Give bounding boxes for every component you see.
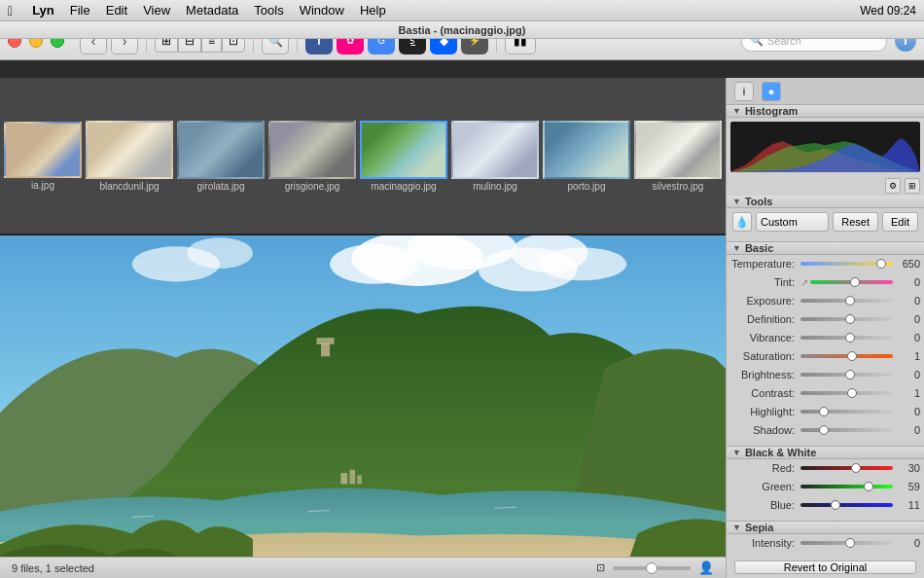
thumbnail-item[interactable]: porto.jpg [543, 121, 630, 192]
main-area: ia.jpg blancdunil.jpg girolata.jpg grisg… [0, 78, 924, 578]
exposure-slider[interactable] [800, 299, 893, 303]
temperature-label: Temperature: [730, 258, 800, 270]
exposure-label: Exposure: [730, 295, 800, 307]
red-label: Red: [730, 462, 800, 474]
green-slider[interactable] [800, 485, 893, 488]
brightness-slider[interactable] [800, 373, 893, 377]
thumbnail-item[interactable]: girolata.jpg [177, 121, 265, 192]
thumbnail-image [4, 122, 82, 178]
contrast-slider[interactable] [800, 391, 893, 395]
histogram-section-header[interactable]: ▼ Histogram [727, 105, 924, 118]
bw-label: Black & White [745, 447, 816, 458]
histogram-label: Histogram [745, 105, 798, 117]
temperature-slider[interactable] [800, 262, 893, 266]
green-label: Green: [730, 481, 800, 492]
basic-toggle: ▼ [732, 243, 741, 253]
thumbnail-item[interactable]: ia.jpg [4, 122, 82, 191]
highlight-slider[interactable] [800, 410, 893, 414]
shadow-row: Shadow: 0 [730, 421, 920, 439]
tools-menu[interactable]: Tools [246, 3, 291, 18]
sepia-sliders-section: Intensity: 0 [727, 534, 924, 557]
left-panel: ia.jpg blancdunil.jpg girolata.jpg grisg… [0, 78, 726, 578]
thumbnail-image [451, 121, 539, 179]
exposure-row: Exposure: 0 [730, 292, 920, 309]
tint-value: 0 [893, 276, 920, 288]
intensity-slider[interactable] [800, 541, 893, 545]
definition-slider[interactable] [800, 317, 893, 321]
thumbnail-item[interactable]: grisgione.jpg [268, 121, 356, 192]
brightness-row: Brightness: 0 [730, 366, 920, 383]
info-tab[interactable]: i [734, 82, 754, 101]
eyedropper-button[interactable]: 💧 [732, 212, 752, 232]
blue-slider[interactable] [800, 503, 893, 507]
green-row: Green: 59 [730, 478, 920, 495]
histogram-gear-button[interactable]: ⚙ [885, 178, 901, 194]
fit-icon: ⊡ [596, 561, 605, 574]
bw-toggle: ▼ [732, 448, 741, 457]
metadata-menu[interactable]: Metadata [178, 3, 246, 18]
filmstrip: ia.jpg blancdunil.jpg girolata.jpg grisg… [0, 78, 726, 235]
saturation-row: Saturation: 1 [730, 347, 920, 365]
thumbnail-item[interactable]: blancdunil.jpg [86, 121, 173, 192]
definition-value: 0 [893, 313, 920, 325]
tools-section-header[interactable]: ▼ Tools [727, 196, 924, 208]
thumbnail-image [634, 121, 722, 179]
vibrance-slider[interactable] [800, 336, 893, 340]
saturation-slider[interactable] [800, 354, 893, 358]
thumbnail-item-selected[interactable]: macinaggio.jpg [360, 121, 447, 192]
help-menu[interactable]: Help [352, 3, 394, 18]
thumbnail-name: porto.jpg [568, 181, 606, 192]
thumbnail-item[interactable]: silvestro.jpg [634, 121, 722, 192]
apple-menu[interactable]:  [8, 3, 13, 18]
svg-rect-10 [349, 470, 355, 485]
histogram-svg [730, 122, 920, 172]
bw-sliders-section: Red: 30 Green: 59 Blue: 11 [727, 459, 924, 519]
view-menu[interactable]: View [135, 3, 178, 18]
definition-label: Definition: [730, 313, 800, 325]
blue-label: Blue: [730, 499, 800, 511]
reset-button[interactable]: Reset [833, 212, 878, 232]
blue-value: 11 [893, 499, 920, 511]
revert-button[interactable]: Revert to Original [734, 560, 916, 574]
histogram-expand-button[interactable]: ⊞ [905, 178, 920, 194]
thumbnail-name: silvestro.jpg [653, 181, 704, 192]
right-panel: i ● ▼ Histogram ⚙ ⊞ ▼ [726, 78, 924, 578]
intensity-label: Intensity: [730, 537, 800, 549]
tools-toggle: ▼ [732, 197, 741, 206]
saturation-label: Saturation: [730, 350, 800, 362]
basic-section-header[interactable]: ▼ Basic [727, 241, 924, 255]
window-titlebar: Bastia - (macinaggio.jpg) [0, 21, 924, 39]
svg-point-3 [330, 244, 417, 284]
svg-rect-9 [340, 473, 347, 484]
basic-label: Basic [745, 242, 773, 254]
svg-rect-15 [321, 343, 330, 357]
tint-slider[interactable] [810, 280, 893, 284]
shadow-slider[interactable] [800, 428, 893, 432]
status-right: ⊡ 👤 [596, 560, 714, 575]
red-slider[interactable] [800, 466, 893, 470]
panel-tabs: i ● [727, 78, 924, 105]
zoom-slider[interactable] [613, 566, 691, 570]
vibrance-label: Vibrance: [730, 332, 800, 343]
preset-select[interactable]: Custom [756, 212, 829, 232]
thumbnail-image [268, 121, 356, 179]
sepia-section-header[interactable]: ▼ Sepia [727, 521, 924, 534]
shadow-label: Shadow: [730, 424, 800, 436]
thumbnail-item[interactable]: mulino.jpg [451, 121, 539, 192]
edit-menu[interactable]: Edit [98, 3, 135, 18]
definition-row: Definition: 0 [730, 310, 920, 328]
color-tab[interactable]: ● [762, 82, 781, 101]
file-menu[interactable]: File [62, 3, 98, 18]
bw-section-header[interactable]: ▼ Black & White [727, 446, 924, 459]
tint-row: Tint: ↗ 0 [730, 273, 920, 291]
thumbnail-name: blancdunil.jpg [99, 181, 159, 192]
photo-area [0, 235, 726, 557]
brightness-label: Brightness: [730, 369, 800, 380]
shadow-value: 0 [893, 424, 920, 436]
thumbnail-name: girolata.jpg [197, 181, 245, 192]
edit-button[interactable]: Edit [882, 212, 918, 232]
window-menu[interactable]: Window [292, 3, 352, 18]
tools-label: Tools [745, 196, 773, 207]
app-menu[interactable]: Lyn [24, 3, 62, 18]
svg-point-6 [539, 247, 626, 280]
